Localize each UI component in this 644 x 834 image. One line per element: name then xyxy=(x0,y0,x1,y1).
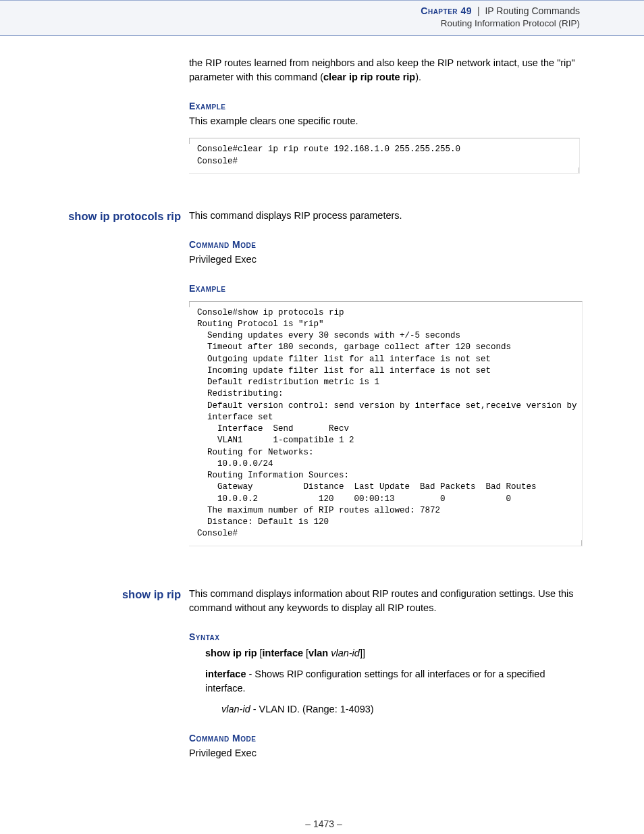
syntax-keyword-interface: interface xyxy=(263,648,303,658)
syntax-keyword-vlan: vlan xyxy=(308,648,328,658)
separator: | xyxy=(477,5,480,16)
example-description: This example clears one specific route. xyxy=(189,114,580,128)
page-number: – 1473 – xyxy=(68,817,580,834)
command-section-show-ip-rip: show ip rip This command displays inform… xyxy=(68,587,580,771)
code-block-clear-route: Console#clear ip rip route 192.168.1.0 2… xyxy=(189,138,580,174)
param-vlan-id: vlan-id - VLAN ID. (Range: 1-4093) xyxy=(221,702,580,716)
command-section-show-ip-protocols-rip: show ip protocols rip This command displ… xyxy=(68,209,580,552)
param-name: interface xyxy=(205,669,246,679)
intro-text-post: ). xyxy=(415,72,421,82)
example-heading: Example xyxy=(189,282,583,295)
param-name: vlan-id xyxy=(221,704,250,714)
code-block-show-protocols: Console#show ip protocols rip Routing Pr… xyxy=(189,301,583,546)
syntax-variable: vlan-id xyxy=(331,648,360,658)
command-mode-text: Privileged Exec xyxy=(189,746,580,760)
intro-text-bold: clear ip rip route rip xyxy=(323,72,415,82)
command-name: show ip protocols rip xyxy=(68,209,189,224)
param-desc: - VLAN ID. (Range: 1-4093) xyxy=(250,704,374,714)
page-body: the RIP routes learned from neighbors an… xyxy=(0,36,644,834)
command-mode-heading: Command Mode xyxy=(189,731,580,745)
syntax-command: show ip rip xyxy=(205,648,257,658)
param-desc: - Shows RIP configuration settings for a… xyxy=(205,669,545,694)
command-mode-text: Privileged Exec xyxy=(189,253,583,267)
example-heading: Example xyxy=(189,99,580,113)
chapter-title: IP Routing Commands xyxy=(485,5,580,16)
chapter-label: Chapter 49 xyxy=(421,5,472,16)
command-description: This command displays RIP process parame… xyxy=(189,209,583,223)
command-description: This command displays information about … xyxy=(189,587,580,615)
command-name: show ip rip xyxy=(68,587,189,602)
intro-paragraph: the RIP routes learned from neighbors an… xyxy=(189,56,580,84)
syntax-heading: Syntax xyxy=(189,630,580,644)
page-header: Chapter 49 | IP Routing Commands Routing… xyxy=(0,0,644,36)
param-interface: interface - Shows RIP configuration sett… xyxy=(205,667,580,696)
syntax-line: show ip rip [interface [vlan vlan-id]] xyxy=(205,646,580,660)
command-mode-heading: Command Mode xyxy=(189,238,583,251)
section-title: Routing Information Protocol (RIP) xyxy=(0,18,580,30)
